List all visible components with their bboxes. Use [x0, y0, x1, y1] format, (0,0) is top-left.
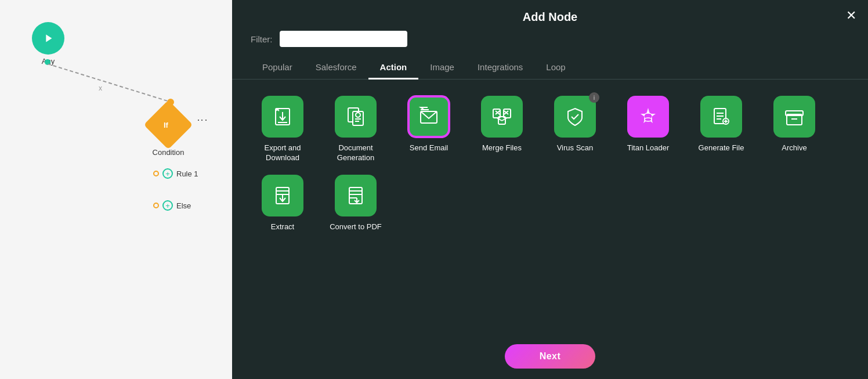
svg-point-27 — [645, 118, 652, 121]
action-merge-files[interactable]: Merge Files — [470, 96, 534, 163]
action-label-titan-loader: Titan Loader — [627, 143, 670, 153]
rule-1-dot — [153, 171, 159, 176]
condition-label: Condition — [153, 148, 185, 157]
action-send-email[interactable]: Send Email — [397, 96, 461, 163]
action-document-generation[interactable]: Document Generation — [324, 96, 388, 163]
action-icon-titan-loader — [627, 96, 669, 138]
else-dot — [153, 203, 159, 208]
tab-loop[interactable]: Loop — [534, 56, 577, 80]
rule-1-item: + Rule 1 — [153, 168, 198, 179]
action-archive[interactable]: Archive — [762, 96, 826, 163]
action-label-virus-scan: Virus Scan — [557, 143, 594, 153]
tab-popular[interactable]: Popular — [251, 56, 304, 80]
action-icon-merge-files — [481, 96, 523, 138]
action-extract[interactable]: Extract — [251, 175, 314, 232]
action-label-archive: Archive — [782, 143, 806, 153]
svg-line-1 — [48, 64, 169, 102]
action-virus-scan[interactable]: i Virus Scan — [543, 96, 607, 163]
action-export-download[interactable]: Export and Download — [251, 96, 314, 163]
action-label-export-download: Export and Download — [251, 143, 314, 163]
tab-salesforce[interactable]: Salesforce — [304, 56, 368, 80]
action-label-convert-pdf: Convert to PDF — [330, 222, 382, 232]
rule-1-label: Rule 1 — [176, 169, 198, 178]
action-label-document-generation: Document Generation — [324, 143, 388, 163]
action-icon-convert-pdf — [335, 175, 377, 216]
tab-image[interactable]: Image — [418, 56, 466, 80]
rule-1-add-button[interactable]: + — [162, 168, 173, 179]
action-icon-extract — [262, 175, 303, 216]
modal-close-button[interactable]: ✕ — [846, 9, 856, 22]
x-marker: x — [99, 84, 102, 92]
condition-diamond: If — [144, 100, 193, 150]
action-icon-document-generation — [335, 96, 377, 138]
filter-label: Filter: — [251, 34, 273, 44]
next-button[interactable]: Next — [505, 344, 596, 369]
add-node-modal: Add Node ✕ Filter: Popular Salesforce Ac… — [232, 0, 868, 379]
action-label-send-email: Send Email — [410, 143, 448, 153]
action-icon-archive — [773, 96, 815, 138]
action-icon-generate-file — [700, 96, 742, 138]
tab-action[interactable]: Action — [368, 56, 419, 80]
action-icon-virus-scan: i — [554, 96, 596, 138]
else-item: + Else — [153, 200, 191, 211]
action-label-extract: Extract — [271, 222, 294, 232]
action-icon-send-email — [408, 96, 450, 138]
else-label: Else — [176, 201, 191, 210]
tabs-row: Popular Salesforce Action Image Integrat… — [232, 56, 868, 80]
action-icon-export-download — [262, 96, 303, 138]
svg-marker-0 — [46, 35, 52, 42]
virus-scan-info-badge: i — [589, 92, 599, 103]
modal-header: Add Node ✕ — [232, 0, 868, 31]
action-label-merge-files: Merge Files — [482, 143, 522, 153]
condition-menu-button[interactable]: ⋮ — [196, 115, 209, 126]
condition-node[interactable]: If Condition — [151, 107, 186, 157]
action-titan-loader[interactable]: Titan Loader — [616, 96, 680, 163]
actions-grid: Export and Download Document Generation — [232, 96, 868, 334]
svg-text:If: If — [164, 121, 169, 129]
action-generate-file[interactable]: Generate File — [689, 96, 753, 163]
action-convert-pdf[interactable]: Convert to PDF — [324, 175, 388, 232]
start-circle[interactable] — [32, 22, 64, 55]
else-add-button[interactable]: + — [162, 200, 173, 211]
canvas-area: Any x If Condition ⋮ + Rule 1 + Else — [0, 0, 232, 379]
tab-integrations[interactable]: Integrations — [466, 56, 534, 80]
filter-input[interactable] — [280, 31, 407, 47]
modal-title: Add Node — [523, 10, 577, 24]
dashed-connector-line — [48, 64, 181, 110]
modal-footer: Next — [232, 334, 868, 379]
filter-row: Filter: — [232, 31, 868, 56]
action-label-generate-file: Generate File — [699, 143, 744, 153]
